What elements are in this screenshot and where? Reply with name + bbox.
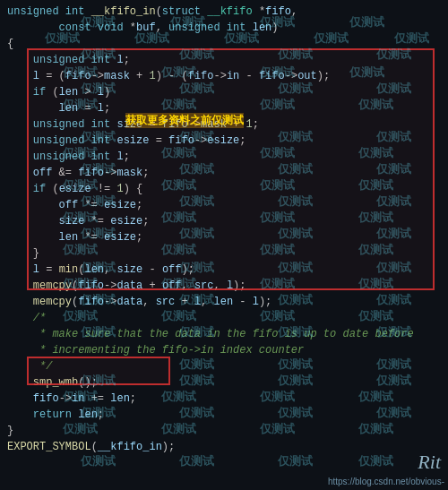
- rit-text: Rit: [418, 451, 441, 474]
- code-line-22: * incrementing the fifo->in index counte…: [7, 342, 441, 358]
- watermark-97: 仅测试: [81, 453, 116, 469]
- code-line-14: size *= esize;: [7, 213, 441, 229]
- watermark-98: 仅测试: [179, 453, 214, 469]
- code-line-1: unsigned int __kfifo_in(struct __kfifo *…: [7, 4, 441, 20]
- code-line-28: }: [7, 423, 441, 439]
- csdn-url: https://blog.csdn.net/obvious-: [328, 477, 444, 486]
- code-line-23: */: [7, 358, 441, 374]
- code-line-24: smp_wmb();: [7, 374, 441, 391]
- code-line-19: memcpy(fifo->data, src + l, len - l);: [7, 294, 441, 310]
- code-line-10: unsigned int l;: [7, 149, 441, 165]
- code-line-17: l = min(len, size - off);: [7, 262, 441, 278]
- code-line-9: unsigned int esize = fifo->esize;: [7, 133, 441, 149]
- code-line-4: unsigned int l;: [7, 52, 441, 68]
- code-line-18: memcpy(fifo->data + off, src, l);: [7, 278, 441, 294]
- code-line-27: return len;: [7, 407, 441, 423]
- code-line-2: const void *buf, unsigned int len): [7, 20, 441, 36]
- watermark-100: 仅测试: [358, 453, 393, 469]
- code-line-15: len *= esize;: [7, 229, 441, 245]
- watermark-99: 仅测试: [278, 453, 313, 469]
- code-line-26: fifo->in += len;: [7, 391, 441, 407]
- code-line-8: unsigned int size = fifo->mask + 1;: [7, 116, 441, 133]
- code-line-7: len = l;: [7, 100, 441, 116]
- code-line-6: if (len > l): [7, 84, 441, 100]
- code-line-16: }: [7, 245, 441, 262]
- code-line-5: l = (fifo->mask + 1) - (fifo->in - fifo-…: [7, 68, 441, 84]
- code-line-3: {: [7, 36, 441, 52]
- code-container: unsigned int __kfifo_in(struct __kfifo *…: [0, 0, 448, 490]
- code-line-20: /*: [7, 310, 441, 326]
- code-line-21: * make sure that the data in the fifo is…: [7, 326, 441, 342]
- code-line-29: EXPORT_SYMBOL(__kfifo_in);: [7, 439, 441, 455]
- code-line-11: off &= fifo->mask;: [7, 165, 441, 181]
- code-line-13: off *= esize;: [7, 197, 441, 213]
- code-line-12: if (esize != 1) {: [7, 181, 441, 197]
